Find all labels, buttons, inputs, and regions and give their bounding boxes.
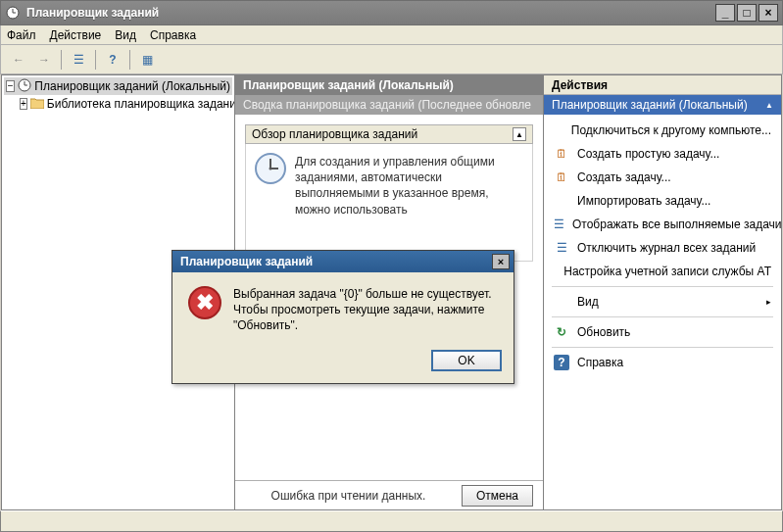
back-button[interactable]: ← xyxy=(7,49,30,71)
chevron-up-icon: ▲ xyxy=(765,101,773,110)
overview-text: Для создания и управления общими задания… xyxy=(295,155,495,217)
action-show-running[interactable]: ☰Отображать все выполняемые задачи xyxy=(544,213,781,236)
action-create-task[interactable]: 🗓Создать задачу... xyxy=(544,166,781,189)
close-button[interactable]: × xyxy=(759,4,778,22)
svg-point-9 xyxy=(269,168,272,170)
overview-titlebar[interactable]: Обзор планировщика заданий ▲ xyxy=(245,124,533,144)
calendar-icon: 🗓 xyxy=(554,146,569,162)
dialog-text: Выбранная задача "{0}" больше не существ… xyxy=(233,286,498,334)
error-dialog: Планировщик заданий × ✖ Выбранная задача… xyxy=(171,250,514,384)
help-icon: ? xyxy=(554,355,569,370)
clock-icon xyxy=(18,78,31,95)
action-label: Отображать все выполняемые задачи xyxy=(572,218,781,231)
forward-button[interactable]: → xyxy=(32,49,56,71)
overview-body: Для создания и управления общими задания… xyxy=(245,144,533,262)
action-import[interactable]: Импортировать задачу... xyxy=(544,189,781,213)
chevron-right-icon: ▸ xyxy=(766,297,771,307)
blank-icon xyxy=(554,264,556,279)
up-button[interactable]: ☰ xyxy=(67,49,90,71)
separator xyxy=(552,347,773,348)
menu-bar: Файл Действие Вид Справка xyxy=(0,25,783,45)
center-subheader: Сводка планировщика заданий (Последнее о… xyxy=(235,95,543,115)
blank-icon xyxy=(554,193,569,209)
actions-panel: Действия Планировщик заданий (Локальный)… xyxy=(544,75,781,509)
action-help[interactable]: ?Справка xyxy=(544,351,781,374)
action-create-basic[interactable]: 🗓Создать простую задачу... xyxy=(544,142,781,166)
clock-icon xyxy=(254,152,287,185)
action-label: Импортировать задачу... xyxy=(577,194,710,208)
action-label: Вид xyxy=(577,295,599,309)
separator xyxy=(552,316,773,317)
pane-icon: ▦ xyxy=(142,53,153,67)
chevron-up-icon[interactable]: ▲ xyxy=(513,127,526,141)
arrow-right-icon: → xyxy=(38,53,50,67)
grid-icon: ☰ xyxy=(73,53,84,67)
separator xyxy=(552,286,773,287)
tree-library[interactable]: + Библиотека планировщика заданий xyxy=(4,95,232,113)
view-button[interactable]: ▦ xyxy=(135,49,159,71)
center-header: Планировщик заданий (Локальный) xyxy=(235,75,543,95)
action-label: Создать задачу... xyxy=(577,170,671,184)
center-footer: Ошибка при чтении данных. Отмена xyxy=(235,480,543,509)
list-icon: ☰ xyxy=(554,217,564,232)
separator xyxy=(61,50,62,70)
window-titlebar: Планировщик заданий _ □ × xyxy=(0,0,783,25)
dialog-titlebar[interactable]: Планировщик заданий × xyxy=(172,251,514,272)
separator xyxy=(95,50,96,70)
blank-icon xyxy=(554,122,563,138)
tree-root[interactable]: − Планировщик заданий (Локальный) xyxy=(4,77,232,95)
dialog-body: ✖ Выбранная задача "{0}" больше не сущес… xyxy=(172,272,514,344)
actions-panel-title[interactable]: Планировщик заданий (Локальный) ▲ xyxy=(544,95,781,115)
separator xyxy=(129,50,130,70)
error-icon: ✖ xyxy=(188,286,221,319)
action-label: Справка xyxy=(577,356,623,369)
expand-icon[interactable]: + xyxy=(20,98,27,110)
actions-list: Подключиться к другому компьюте... 🗓Созд… xyxy=(544,115,781,378)
arrow-left-icon: ← xyxy=(13,53,24,67)
collapse-icon[interactable]: − xyxy=(6,80,15,92)
actions-header: Действия xyxy=(544,75,781,95)
refresh-icon: ↻ xyxy=(554,324,569,340)
menu-action[interactable]: Действие xyxy=(50,28,102,42)
dialog-close-button[interactable]: × xyxy=(492,254,510,269)
minimize-button[interactable]: _ xyxy=(715,4,735,22)
action-label: Обновить xyxy=(577,325,630,339)
cancel-button[interactable]: Отмена xyxy=(462,485,533,507)
action-label: Создать простую задачу... xyxy=(577,147,719,161)
dialog-buttons: OK xyxy=(172,344,514,383)
tree-library-label: Библиотека планировщика заданий xyxy=(47,97,235,111)
menu-view[interactable]: Вид xyxy=(115,28,136,42)
action-label: Настройка учетной записи службы AT xyxy=(563,265,771,278)
action-label: Отключить журнал всех заданий xyxy=(577,241,756,255)
toolbar: ← → ☰ ? ▦ xyxy=(0,45,783,74)
calendar-icon: 🗓 xyxy=(554,169,569,185)
action-label: Подключиться к другому компьюте... xyxy=(571,123,771,137)
menu-help[interactable]: Справка xyxy=(150,28,196,42)
ok-button[interactable]: OK xyxy=(431,350,502,371)
action-connect[interactable]: Подключиться к другому компьюте... xyxy=(544,119,781,142)
menu-file[interactable]: Файл xyxy=(7,28,36,42)
tree-root-label: Планировщик заданий (Локальный) xyxy=(34,79,230,93)
list-icon: ☰ xyxy=(554,240,569,256)
action-at-account[interactable]: Настройка учетной записи службы AT xyxy=(544,260,781,283)
action-view-submenu[interactable]: Вид▸ xyxy=(544,290,781,314)
actions-panel-title-label: Планировщик заданий (Локальный) xyxy=(552,98,748,112)
maximize-button[interactable]: □ xyxy=(737,4,757,22)
status-bar xyxy=(0,510,783,532)
help-icon: ? xyxy=(109,53,116,67)
action-refresh[interactable]: ↻Обновить xyxy=(544,320,781,344)
overview-title: Обзор планировщика заданий xyxy=(252,127,417,141)
dialog-title: Планировщик заданий xyxy=(180,255,313,268)
action-disable-history[interactable]: ☰Отключить журнал всех заданий xyxy=(544,236,781,260)
footer-error-text: Ошибка при чтении данных. xyxy=(245,489,452,503)
help-button[interactable]: ? xyxy=(101,49,124,71)
window-title: Планировщик заданий xyxy=(26,6,715,20)
clock-icon xyxy=(5,5,21,21)
folder-icon xyxy=(30,97,44,112)
blank-icon xyxy=(554,294,569,310)
